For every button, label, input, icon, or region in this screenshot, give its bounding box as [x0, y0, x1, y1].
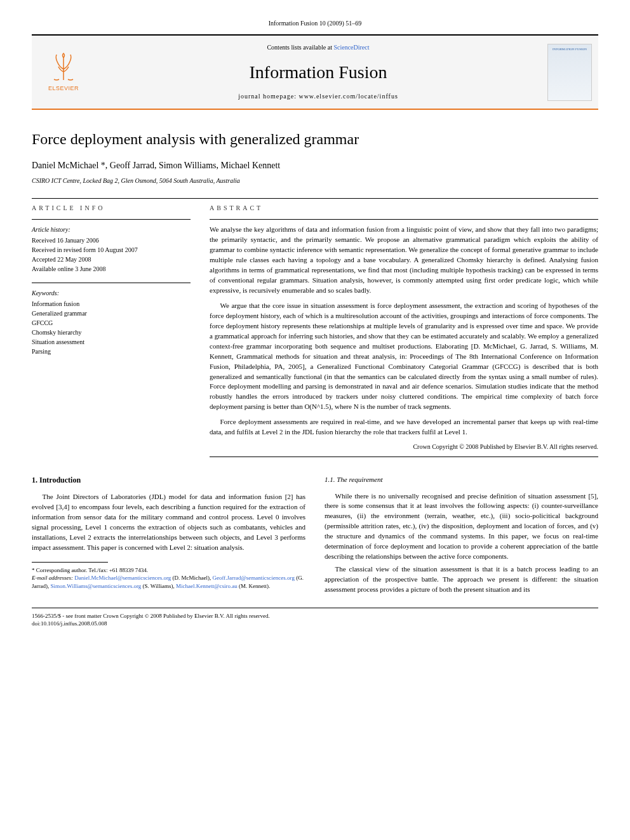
contents-prefix: Contents lists available at — [267, 44, 333, 51]
cover-thumb-title: INFORMATION FUSION — [553, 47, 587, 51]
info-abstract-row: ARTICLE INFO Article history: Received 1… — [32, 204, 598, 462]
history-item: Available online 3 June 2008 — [32, 264, 191, 274]
footnote-separator — [32, 562, 108, 563]
divider — [210, 457, 598, 457]
keywords-heading: Keywords: — [32, 288, 191, 298]
corresponding-author-note: * Corresponding author. Tel./fax: +61 88… — [32, 566, 305, 575]
article-info-column: ARTICLE INFO Article history: Received 1… — [32, 204, 191, 462]
journal-title: Information Fusion — [250, 60, 387, 84]
doi-line: doi:10.1016/j.inffus.2008.05.008 — [32, 620, 598, 628]
running-head: Information Fusion 10 (2009) 51–69 — [32, 19, 598, 28]
abstract-text: We analyse the key algorithms of data an… — [210, 225, 598, 437]
email-who: (D. McMichael) — [173, 575, 210, 581]
contents-line: Contents lists available at ScienceDirec… — [267, 43, 369, 52]
abstract-copyright: Crown Copyright © 2008 Published by Else… — [210, 443, 598, 451]
footnotes: * Corresponding author. Tel./fax: +61 88… — [32, 566, 305, 590]
issn-line: 1566-2535/$ - see front matter Crown Cop… — [32, 612, 598, 620]
body-paragraph: The classical view of the situation asse… — [325, 564, 598, 595]
divider — [32, 198, 598, 199]
keyword: Information fusion — [32, 299, 191, 309]
sciencedirect-link[interactable]: ScienceDirect — [333, 44, 369, 51]
abstract-label: ABSTRACT — [210, 204, 598, 213]
keyword: Parsing — [32, 347, 191, 356]
body-paragraph: The Joint Directors of Laboratories (JDL… — [32, 492, 305, 553]
history-item: Accepted 22 May 2008 — [32, 255, 191, 264]
author-email-link[interactable]: Geoff.Jarrad@semanticsciences.org — [212, 575, 294, 581]
journal-cover-thumbnail: INFORMATION FUSION — [547, 44, 592, 101]
keyword: Generalized grammar — [32, 309, 191, 318]
affiliation: CSIRO ICT Centre, Locked Bag 2, Glen Osm… — [32, 177, 598, 185]
author-email-link[interactable]: Michael.Kennett@csiro.au — [176, 583, 238, 589]
article-title: Force deployment analysis with generaliz… — [32, 129, 598, 150]
masthead-center: Contents lists available at ScienceDirec… — [95, 36, 541, 109]
keyword: GFCCG — [32, 318, 191, 328]
publisher-logo-block: ELSEVIER — [32, 36, 95, 109]
abstract-paragraph: We analyse the key algorithms of data an… — [210, 225, 598, 296]
elsevier-tree-icon — [48, 51, 79, 83]
abstract-paragraph: Force deployment assessments are require… — [210, 417, 598, 437]
history-item: Received 16 January 2006 — [32, 236, 191, 245]
cover-thumbnail-block: INFORMATION FUSION — [541, 36, 598, 109]
divider — [210, 219, 598, 220]
email-who: (M. Kennett) — [239, 583, 269, 589]
author-email-link[interactable]: Simon.Williams@semanticsciences.org — [50, 583, 141, 589]
author-list: Daniel McMichael *, Geoff Jarrad, Simon … — [32, 159, 598, 172]
abstract-paragraph: We argue that the core issue in situatio… — [210, 301, 598, 412]
section-heading: 1. Introduction — [32, 475, 305, 486]
email-who: (S. Williams) — [142, 583, 173, 589]
body-left-column: 1. Introduction The Joint Directors of L… — [32, 475, 305, 597]
body-paragraph: While there is no universally recognised… — [325, 491, 598, 563]
keyword: Situation assessment — [32, 337, 191, 347]
body-columns: 1. Introduction The Joint Directors of L… — [32, 475, 598, 597]
history-heading: Article history: — [32, 225, 191, 234]
subsection-heading: 1.1. The requirement — [325, 475, 598, 484]
elsevier-logo: ELSEVIER — [41, 47, 86, 98]
email-label: E-mail addresses: — [32, 575, 73, 581]
abstract-column: ABSTRACT We analyse the key algorithms o… — [210, 204, 598, 462]
email-addresses: E-mail addresses: Daniel.McMichael@seman… — [32, 574, 305, 590]
publisher-name: ELSEVIER — [48, 84, 79, 93]
keyword: Chomsky hierarchy — [32, 328, 191, 337]
keywords-block: Keywords: Information fusion Generalized… — [32, 283, 191, 356]
journal-homepage: journal homepage: www.elsevier.com/locat… — [238, 92, 398, 101]
author-email-link[interactable]: Daniel.McMichael@semanticsciences.org — [74, 575, 171, 581]
page-footer: 1566-2535/$ - see front matter Crown Cop… — [32, 608, 598, 628]
article-info-label: ARTICLE INFO — [32, 204, 191, 213]
body-right-column: 1.1. The requirement While there is no u… — [325, 475, 598, 597]
article-history-block: Article history: Received 16 January 200… — [32, 219, 191, 274]
history-item: Received in revised form 10 August 2007 — [32, 245, 191, 255]
journal-masthead: ELSEVIER Contents lists available at Sci… — [32, 34, 598, 110]
